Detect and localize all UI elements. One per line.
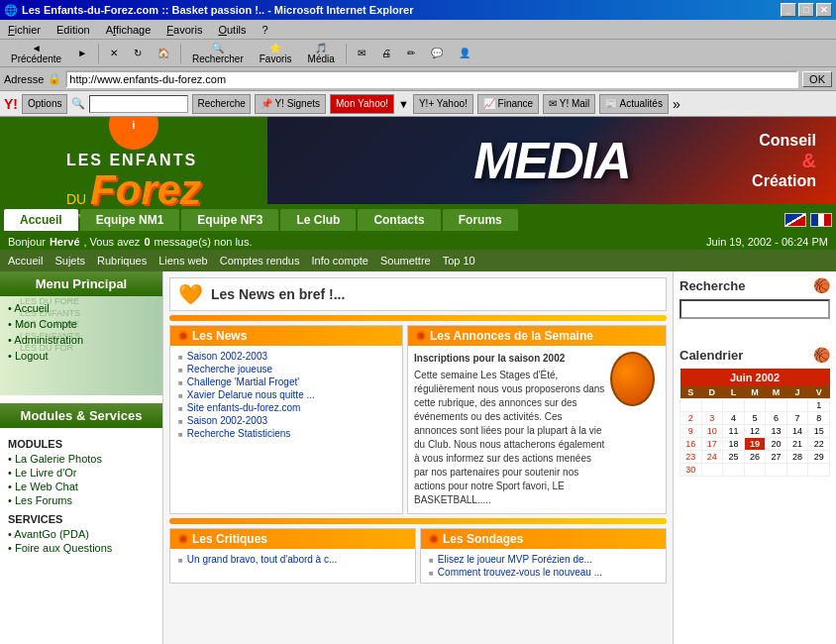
news-item-4[interactable]: ■Site enfants-du-forez.com xyxy=(178,401,394,414)
news-item-2[interactable]: ■Challenge 'Martial Froget' xyxy=(178,376,394,388)
mail-button[interactable]: ✉ xyxy=(351,42,372,65)
yahoo-news-button[interactable]: 📰 Actualités xyxy=(599,94,669,114)
sidebar-item-accueil[interactable]: • Accueil xyxy=(8,300,155,316)
close-button[interactable]: ✕ xyxy=(816,3,832,17)
address-go-button[interactable]: OK xyxy=(802,71,832,87)
menu-edition[interactable]: Edition xyxy=(52,22,94,38)
subnav-liens[interactable]: Liens web xyxy=(158,255,208,267)
cal-day-29[interactable]: 29 xyxy=(808,451,830,464)
sondage-item-0[interactable]: ■Elisez le joueur MVP Forézien de... xyxy=(429,553,658,566)
cal-day-14[interactable]: 14 xyxy=(786,425,808,438)
cal-day-15[interactable]: 15 xyxy=(808,425,830,438)
subnav-soumettre[interactable]: Soumettre xyxy=(380,255,431,267)
search-button[interactable]: 🔍 Rechercher xyxy=(185,42,251,65)
search-input[interactable] xyxy=(679,299,830,319)
sidebar-link-faq[interactable]: • Foire aux Questions xyxy=(8,541,155,555)
menu-affichage[interactable]: Affichage xyxy=(102,22,156,38)
yahoo-mail-button[interactable]: ✉ Y! Mail xyxy=(543,94,595,114)
menu-outils[interactable]: Outils xyxy=(214,22,250,38)
back-button[interactable]: ◄ Précédente xyxy=(4,42,68,65)
subnav-sujets[interactable]: Sujets xyxy=(54,255,85,267)
window-controls[interactable]: _ □ ✕ xyxy=(781,3,832,17)
yahoo-options-button[interactable]: Options xyxy=(22,94,67,114)
cal-day-12[interactable]: 12 xyxy=(744,425,766,438)
news-item-0[interactable]: ■Saison 2002-2003 xyxy=(178,350,394,363)
cal-day-26[interactable]: 26 xyxy=(744,451,766,464)
subnav-top10[interactable]: Top 10 xyxy=(443,255,475,267)
home-button[interactable]: 🏠 xyxy=(151,42,176,65)
nav-tab-equipe-nf3[interactable]: Equipe NF3 xyxy=(181,209,278,231)
yahoo-signets-button[interactable]: 📌 Y! Signets xyxy=(255,94,326,114)
menu-help[interactable]: ? xyxy=(259,22,272,38)
yahoo-finance-button[interactable]: 📈 Finance xyxy=(477,94,539,114)
cal-day-17[interactable]: 17 xyxy=(701,438,723,451)
maximize-button[interactable]: □ xyxy=(798,3,814,17)
cal-day-20[interactable]: 20 xyxy=(766,438,787,451)
cal-day-28[interactable]: 28 xyxy=(786,451,808,464)
stop-button[interactable]: ✕ xyxy=(103,42,125,65)
sidebar-item-moncompte[interactable]: • Mon Compte xyxy=(8,316,155,332)
subnav-accueil[interactable]: Accueil xyxy=(8,255,43,267)
nav-tab-le-club[interactable]: Le Club xyxy=(280,209,356,231)
print-button[interactable]: 🖨 xyxy=(374,42,398,65)
sidebar-item-administration[interactable]: • Administration xyxy=(8,332,155,348)
nav-tab-contacts[interactable]: Contacts xyxy=(358,209,440,231)
sidebar-link-avantgo[interactable]: • AvantGo (PDA) xyxy=(8,527,155,541)
sidebar-link-galerie[interactable]: • La Galerie Photos xyxy=(8,452,155,466)
cal-day-23[interactable]: 23 xyxy=(680,451,702,464)
subnav-comptes[interactable]: Comptes rendus xyxy=(220,255,300,267)
critique-item-0[interactable]: ■Un grand bravo, tout d'abord à c... xyxy=(178,553,407,566)
cal-day-9[interactable]: 9 xyxy=(680,425,702,438)
news-item-5[interactable]: ■Saison 2002-2003 xyxy=(178,414,394,427)
edit-button[interactable]: ✏ xyxy=(400,42,422,65)
news-item-6[interactable]: ■Recherche Statisticiens xyxy=(178,427,394,440)
cal-day-22[interactable]: 22 xyxy=(808,438,830,451)
cal-day-10[interactable]: 10 xyxy=(701,425,723,438)
minimize-button[interactable]: _ xyxy=(781,3,796,17)
cal-day-27[interactable]: 27 xyxy=(766,451,787,464)
media-button[interactable]: 🎵 Média xyxy=(301,42,342,65)
cal-day-24[interactable]: 24 xyxy=(701,451,723,464)
cal-day-6[interactable]: 6 xyxy=(766,412,787,425)
refresh-button[interactable]: ↻ xyxy=(127,42,149,65)
sidebar-link-forums[interactable]: • Les Forums xyxy=(8,493,155,507)
cal-day-1[interactable]: 1 xyxy=(808,399,830,412)
yahoo-mon-button[interactable]: Mon Yahoo! xyxy=(330,94,394,114)
yahoo-search-button[interactable]: Recherche xyxy=(192,94,250,114)
cal-day-30[interactable]: 30 xyxy=(680,464,702,477)
cal-day-2[interactable]: 2 xyxy=(680,412,702,425)
yahoo-search-input[interactable] xyxy=(89,95,188,113)
subnav-info[interactable]: Info compte xyxy=(311,255,367,267)
address-input[interactable] xyxy=(65,70,798,88)
cal-day-4[interactable]: 4 xyxy=(723,412,745,425)
cal-day-11[interactable]: 11 xyxy=(723,425,745,438)
nav-tab-forums[interactable]: Forums xyxy=(443,209,518,231)
cal-day-13[interactable]: 13 xyxy=(766,425,787,438)
sidebar-item-logout[interactable]: • Logout xyxy=(8,348,155,364)
flag-fr[interactable] xyxy=(810,213,832,227)
cal-day-18[interactable]: 18 xyxy=(723,438,745,451)
yahoo-main-button[interactable]: Y!+ Yahoo! xyxy=(413,94,473,114)
sidebar-link-livre[interactable]: • Le Livre d'Or xyxy=(8,466,155,480)
cal-day-5[interactable]: 5 xyxy=(744,412,766,425)
forward-button[interactable]: ► xyxy=(70,42,94,65)
messenger-button[interactable]: 👤 xyxy=(452,42,477,65)
cal-day-19[interactable]: 19 xyxy=(744,438,766,451)
subnav-rubriques[interactable]: Rubriques xyxy=(97,255,147,267)
sidebar-link-webchat[interactable]: • Le Web Chat xyxy=(8,480,155,493)
cal-day-3[interactable]: 3 xyxy=(701,412,723,425)
cal-day-21[interactable]: 21 xyxy=(786,438,808,451)
nav-tab-accueil[interactable]: Accueil xyxy=(4,209,78,231)
menu-favoris[interactable]: Favoris xyxy=(162,22,206,38)
news-item-1[interactable]: ■Recherche joueuse xyxy=(178,363,394,376)
menu-fichier[interactable]: Fichier xyxy=(4,22,45,38)
nav-tab-equipe-nm1[interactable]: Equipe NM1 xyxy=(80,209,180,231)
favorites-button[interactable]: ⭐ Favoris xyxy=(253,42,299,65)
news-item-3[interactable]: ■Xavier Delarue nous quitte ... xyxy=(178,388,394,401)
cal-day-8[interactable]: 8 xyxy=(808,412,830,425)
discuss-button[interactable]: 💬 xyxy=(424,42,450,65)
flag-uk[interactable] xyxy=(784,213,806,227)
cal-day-16[interactable]: 16 xyxy=(680,438,702,451)
cal-day-25[interactable]: 25 xyxy=(723,451,745,464)
cal-day-7[interactable]: 7 xyxy=(786,412,808,425)
